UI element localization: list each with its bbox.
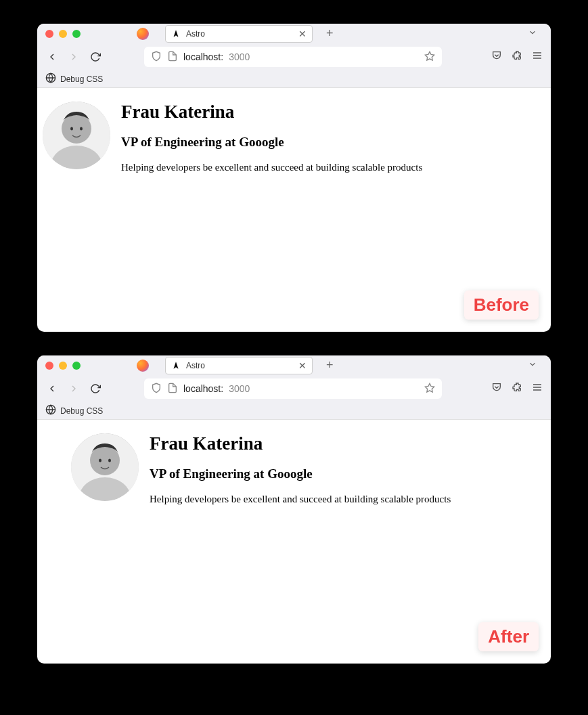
new-tab-button[interactable]: + bbox=[326, 358, 334, 372]
globe-icon bbox=[45, 72, 56, 85]
page-content: Frau Katerina VP of Engineering at Gooog… bbox=[37, 88, 551, 187]
tab-title: Astro bbox=[186, 361, 293, 370]
bookmark-item[interactable]: Debug CSS bbox=[60, 406, 103, 416]
close-tab-button[interactable]: ✕ bbox=[298, 28, 307, 39]
close-tab-button[interactable]: ✕ bbox=[298, 360, 307, 371]
firefox-logo-icon bbox=[137, 360, 149, 372]
avatar bbox=[43, 102, 110, 169]
bookmark-bar: Debug CSS bbox=[37, 70, 551, 88]
url-host: localhost: bbox=[183, 383, 223, 394]
new-tab-button[interactable]: + bbox=[326, 26, 334, 41]
menu-button[interactable] bbox=[532, 382, 543, 395]
browser-tab[interactable]: Astro ✕ bbox=[165, 25, 313, 43]
reload-button[interactable] bbox=[89, 382, 102, 395]
traffic-lights bbox=[45, 362, 81, 370]
back-button[interactable] bbox=[45, 382, 59, 395]
close-window-button[interactable] bbox=[45, 30, 53, 38]
extensions-button[interactable] bbox=[512, 382, 522, 395]
profile-bio: Helping developers be excellent and succ… bbox=[121, 162, 422, 173]
profile-bio: Helping developers be excellent and succ… bbox=[150, 494, 451, 505]
astro-favicon-icon bbox=[171, 29, 181, 39]
shield-icon bbox=[151, 383, 162, 395]
url-bar[interactable]: localhost:3000 bbox=[144, 378, 442, 399]
menu-button[interactable] bbox=[532, 50, 543, 64]
bookmark-star-button[interactable] bbox=[424, 51, 435, 64]
profile-title: VP of Engineering at Gooogle bbox=[150, 467, 451, 481]
shield-icon bbox=[151, 51, 162, 64]
bookmark-item[interactable]: Debug CSS bbox=[60, 74, 103, 84]
profile-info: Frau Katerina VP of Engineering at Gooog… bbox=[121, 102, 422, 173]
svg-point-9 bbox=[62, 114, 91, 144]
svg-point-10 bbox=[70, 127, 73, 131]
url-bar[interactable]: localhost:3000 bbox=[144, 47, 442, 67]
svg-point-23 bbox=[108, 459, 111, 462]
traffic-lights bbox=[45, 30, 81, 38]
titlebar: Astro ✕ + bbox=[37, 24, 551, 43]
profile-name: Frau Katerina bbox=[150, 433, 451, 454]
tab-overflow-button[interactable] bbox=[528, 360, 537, 372]
tab-overflow-button[interactable] bbox=[528, 28, 537, 40]
page-content: Frau Katerina VP of Engineering at Gooog… bbox=[37, 420, 551, 519]
globe-icon bbox=[45, 404, 56, 417]
url-port: 3000 bbox=[229, 51, 250, 62]
extensions-button[interactable] bbox=[512, 50, 522, 64]
minimize-window-button[interactable] bbox=[59, 362, 67, 370]
page-icon bbox=[167, 51, 178, 64]
bookmark-star-button[interactable] bbox=[424, 383, 435, 395]
browser-window-after: Astro ✕ + localhost:3000 bbox=[37, 355, 551, 664]
profile-info: Frau Katerina VP of Engineering at Gooog… bbox=[150, 433, 451, 505]
toolbar-actions bbox=[491, 50, 543, 64]
svg-point-22 bbox=[99, 459, 101, 462]
astro-favicon-icon bbox=[171, 361, 181, 370]
svg-point-11 bbox=[80, 127, 83, 131]
toolbar: localhost:3000 bbox=[37, 43, 551, 70]
page-icon bbox=[167, 383, 178, 395]
url-port: 3000 bbox=[229, 383, 250, 394]
svg-marker-0 bbox=[425, 51, 434, 60]
toolbar: localhost:3000 bbox=[37, 375, 551, 402]
avatar bbox=[71, 433, 139, 501]
close-window-button[interactable] bbox=[45, 362, 53, 370]
reload-button[interactable] bbox=[89, 50, 102, 64]
svg-marker-12 bbox=[425, 383, 434, 392]
maximize-window-button[interactable] bbox=[72, 30, 81, 38]
pocket-button[interactable] bbox=[491, 50, 502, 64]
svg-point-21 bbox=[90, 446, 120, 475]
bookmark-bar: Debug CSS bbox=[37, 402, 551, 420]
browser-window-before: Astro ✕ + localhost:3000 bbox=[37, 24, 551, 332]
tab-title: Astro bbox=[186, 29, 293, 39]
profile-name: Frau Katerina bbox=[121, 102, 422, 123]
pocket-button[interactable] bbox=[491, 382, 502, 395]
back-button[interactable] bbox=[45, 50, 59, 64]
maximize-window-button[interactable] bbox=[72, 362, 81, 370]
before-badge: Before bbox=[464, 290, 539, 320]
browser-tab[interactable]: Astro ✕ bbox=[165, 357, 313, 374]
minimize-window-button[interactable] bbox=[59, 30, 67, 38]
after-badge: After bbox=[478, 622, 539, 651]
forward-button[interactable] bbox=[67, 50, 81, 64]
forward-button[interactable] bbox=[67, 382, 81, 395]
url-host: localhost: bbox=[183, 51, 223, 62]
toolbar-actions bbox=[491, 382, 543, 395]
firefox-logo-icon bbox=[137, 28, 149, 40]
titlebar: Astro ✕ + bbox=[37, 355, 551, 375]
profile-title: VP of Engineering at Gooogle bbox=[121, 135, 422, 150]
